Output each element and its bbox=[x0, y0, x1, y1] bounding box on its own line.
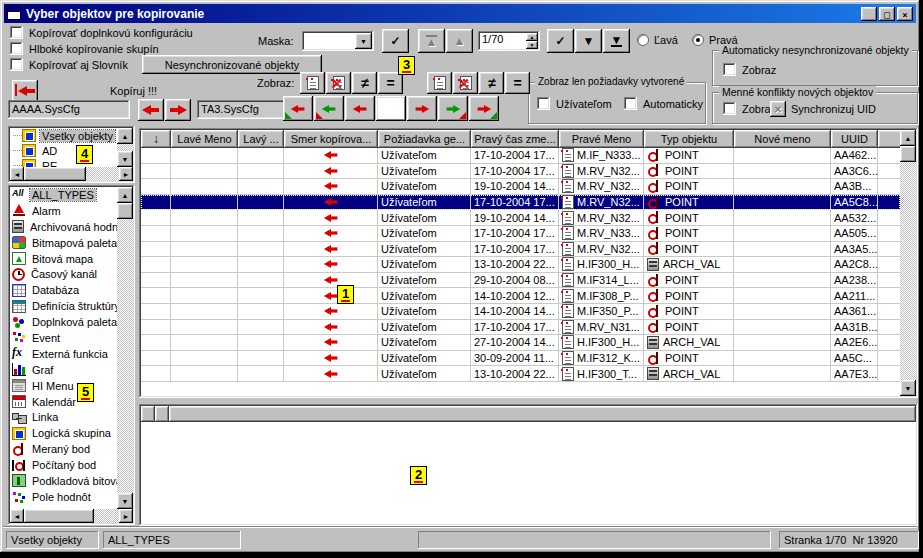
chevron-down-icon[interactable]: ▼ bbox=[355, 33, 372, 49]
show-equal-right-button[interactable]: = bbox=[505, 72, 530, 94]
table-row[interactable]: Užívateľom17-10-2004 17... M.IF_N333...P… bbox=[141, 148, 900, 164]
scroll-thumb[interactable] bbox=[117, 203, 133, 219]
type-item[interactable]: Doplnková paleta bbox=[10, 314, 117, 330]
scroll-shaft[interactable] bbox=[900, 162, 916, 380]
column-header[interactable]: UUID bbox=[831, 130, 878, 148]
mask-value[interactable] bbox=[302, 31, 353, 51]
copy-to-left-button[interactable] bbox=[12, 80, 38, 102]
type-item[interactable]: Pole hodnôt bbox=[10, 489, 117, 505]
direction-right-button[interactable] bbox=[407, 96, 437, 121]
go-next-button[interactable]: ▼ bbox=[575, 29, 602, 53]
scroll-right-icon[interactable]: ► bbox=[119, 167, 133, 181]
tree-item[interactable]: Vsetky objekty bbox=[10, 128, 117, 143]
scroll-shaft[interactable] bbox=[117, 219, 133, 493]
scroll-shaft[interactable] bbox=[94, 509, 119, 523]
scroll-thumb[interactable] bbox=[900, 146, 916, 162]
checkbox-show-auto-unsync[interactable]: Zobraz bbox=[723, 63, 776, 76]
scroll-up-icon[interactable]: ▲ bbox=[117, 128, 133, 144]
page-indicator[interactable]: 1/70 bbox=[478, 31, 524, 51]
tree-item[interactable]: AD bbox=[10, 143, 117, 158]
minimize-button[interactable]: _ bbox=[861, 7, 877, 21]
direction-right-green-button[interactable] bbox=[438, 96, 468, 121]
mask-combobox[interactable]: ▼ bbox=[302, 31, 374, 51]
checkbox-box[interactable] bbox=[537, 97, 550, 110]
copy-left-button[interactable] bbox=[138, 99, 164, 121]
table-row[interactable]: Užívateľom17-10-2004 17... M.RV_N33...PO… bbox=[141, 226, 900, 242]
hide-requests-left-button[interactable] bbox=[326, 72, 351, 94]
checkbox-copy-dictionary[interactable]: Kopírovať aj Slovník bbox=[10, 58, 128, 71]
list-horizontal-scrollbar[interactable]: ◄ ► bbox=[10, 509, 133, 523]
column-header[interactable]: Typ objektu bbox=[644, 130, 734, 148]
scroll-thumb[interactable] bbox=[24, 167, 86, 181]
tree-horizontal-scrollbar[interactable]: ◄ ► bbox=[10, 167, 133, 181]
table-row[interactable]: Užívateľom13-10-2004 22... H.IF300_H...A… bbox=[141, 257, 900, 273]
table-row[interactable]: Užívateľom19-10-2004 14... M.RV_N32...PO… bbox=[141, 179, 900, 195]
type-item[interactable]: Logická skupina bbox=[10, 425, 117, 441]
type-item[interactable]: Alarm bbox=[10, 203, 117, 219]
show-requests-right-button[interactable] bbox=[427, 72, 452, 94]
list-vertical-scrollbar[interactable]: ▲ ▼ bbox=[117, 187, 133, 509]
table-row[interactable]: Užívateľom17-10-2004 17... M.RV_N31...PO… bbox=[141, 320, 900, 336]
type-item[interactable]: Archivovaná hodn bbox=[10, 219, 117, 235]
source-config-field[interactable]: AAAA.SysCfg bbox=[8, 100, 130, 119]
column-header[interactable]: Pravé Meno bbox=[559, 130, 644, 148]
table-row[interactable]: Užívateľom17-10-2004 17... M.RV_N32...PO… bbox=[141, 195, 900, 211]
checkbox-box[interactable] bbox=[10, 58, 23, 71]
scroll-shaft[interactable] bbox=[117, 144, 133, 151]
type-item[interactable]: Linka bbox=[10, 409, 117, 425]
checkbox-box[interactable] bbox=[723, 63, 736, 76]
direction-none-button[interactable] bbox=[376, 96, 406, 121]
checkbox-filter-auto[interactable]: Automaticky bbox=[624, 97, 703, 110]
unsynchronized-objects-button[interactable]: Nesynchronizované objekty bbox=[142, 55, 322, 74]
tree-vertical-scrollbar[interactable]: ▲ ▼ bbox=[117, 128, 133, 167]
close-button[interactable]: × bbox=[897, 7, 913, 21]
radio-circle[interactable] bbox=[637, 34, 649, 46]
column-header[interactable]: Pravý čas zme... bbox=[471, 130, 559, 148]
type-item[interactable]: Podkladová bitová bbox=[10, 473, 117, 489]
type-item[interactable]: Meraný bod bbox=[10, 441, 117, 457]
direction-right-synced-button[interactable] bbox=[469, 96, 499, 121]
type-item[interactable]: Časový kanál bbox=[10, 266, 117, 282]
scroll-up-icon[interactable]: ▲ bbox=[900, 130, 916, 146]
type-item[interactable]: Graf bbox=[10, 362, 117, 378]
table-row[interactable]: Užívateľom29-10-2004 08... M.IF314_L...P… bbox=[141, 273, 900, 289]
type-item[interactable]: Definícia štruktúry bbox=[10, 298, 117, 314]
table-row[interactable]: Užívateľom19-10-2004 14... M.RV_N32...PO… bbox=[141, 210, 900, 226]
sync-uid-button[interactable]: ✕ bbox=[770, 101, 786, 117]
apply-mask-button[interactable]: ✓ bbox=[382, 29, 409, 53]
table-vertical-scrollbar[interactable]: ▲ ▼ bbox=[900, 130, 916, 396]
titlebar[interactable]: Vyber objektov pre kopirovanie _ □ × bbox=[4, 4, 916, 23]
type-item[interactable]: Bitová mapa bbox=[10, 251, 117, 267]
checkbox-deep-copy[interactable]: Hlboké kopírovanie skupín bbox=[10, 42, 159, 55]
go-previous-button[interactable]: ▲ bbox=[446, 29, 473, 53]
table-row[interactable]: Užívateľom27-10-2004 14... H.IF300_H...A… bbox=[141, 335, 900, 351]
spin-up-icon[interactable]: ▲ bbox=[526, 33, 538, 41]
column-header[interactable]: Požiadavka ge... bbox=[378, 130, 471, 148]
go-first-button[interactable]: ▲ bbox=[418, 29, 445, 53]
direction-left-green-button[interactable] bbox=[314, 96, 344, 121]
table-row[interactable]: Užívateľom17-10-2004 17... M.RV_N32...PO… bbox=[141, 242, 900, 258]
hide-requests-right-button[interactable] bbox=[453, 72, 478, 94]
table-row[interactable]: Užívateľom14-10-2004 14... M.IF350_P...P… bbox=[141, 304, 900, 320]
radio-circle[interactable] bbox=[692, 34, 704, 46]
checkbox-box[interactable] bbox=[10, 42, 23, 55]
copy-right-button[interactable] bbox=[165, 99, 191, 121]
table-row[interactable]: Užívateľom13-10-2004 22... H.IF300_T...A… bbox=[141, 366, 900, 382]
maximize-button[interactable]: □ bbox=[879, 7, 895, 21]
column-header[interactable]: Nové meno bbox=[734, 130, 831, 148]
detail-header-cell[interactable] bbox=[141, 406, 155, 422]
spin-down-icon[interactable]: ▼ bbox=[526, 41, 538, 49]
scroll-right-icon[interactable]: ► bbox=[119, 509, 133, 523]
tree-panel-body[interactable]: Vsetky objektyADRE bbox=[10, 128, 117, 167]
type-item[interactable]: Databáza bbox=[10, 282, 117, 298]
show-equal-left-button[interactable]: = bbox=[378, 72, 403, 94]
scroll-up-icon[interactable]: ▲ bbox=[117, 187, 133, 203]
column-header[interactable]: Smer kopírova... bbox=[284, 130, 378, 148]
page-spinner[interactable]: 1/70 ▲ ▼ bbox=[478, 31, 540, 51]
scroll-thumb[interactable] bbox=[24, 509, 94, 523]
type-item[interactable]: Počítaný bod bbox=[10, 457, 117, 473]
column-header[interactable]: Lavé Meno bbox=[171, 130, 238, 148]
checkbox-copy-config[interactable]: Kopírovať doplnkovú konfiguráciu bbox=[10, 26, 193, 39]
scroll-down-icon[interactable]: ▼ bbox=[900, 380, 916, 396]
confirm-page-button[interactable]: ✓ bbox=[547, 29, 574, 53]
